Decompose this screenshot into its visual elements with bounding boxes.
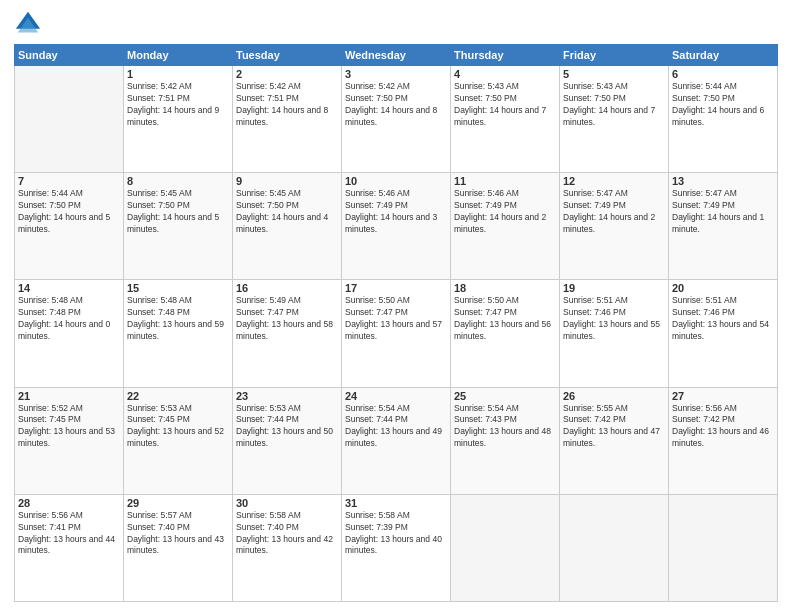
day-number: 28 xyxy=(18,497,120,509)
day-info: Sunrise: 5:44 AM Sunset: 7:50 PM Dayligh… xyxy=(672,81,774,129)
day-info: Sunrise: 5:58 AM Sunset: 7:40 PM Dayligh… xyxy=(236,510,338,558)
weekday-header-thursday: Thursday xyxy=(451,45,560,66)
day-number: 29 xyxy=(127,497,229,509)
day-info: Sunrise: 5:58 AM Sunset: 7:39 PM Dayligh… xyxy=(345,510,447,558)
day-number: 24 xyxy=(345,390,447,402)
weekday-header-saturday: Saturday xyxy=(669,45,778,66)
day-info: Sunrise: 5:48 AM Sunset: 7:48 PM Dayligh… xyxy=(127,295,229,343)
calendar-cell: 19 Sunrise: 5:51 AM Sunset: 7:46 PM Dayl… xyxy=(560,280,669,387)
day-number: 1 xyxy=(127,68,229,80)
day-number: 8 xyxy=(127,175,229,187)
day-number: 6 xyxy=(672,68,774,80)
calendar-week-3: 21 Sunrise: 5:52 AM Sunset: 7:45 PM Dayl… xyxy=(15,387,778,494)
calendar-cell: 17 Sunrise: 5:50 AM Sunset: 7:47 PM Dayl… xyxy=(342,280,451,387)
calendar-cell: 6 Sunrise: 5:44 AM Sunset: 7:50 PM Dayli… xyxy=(669,66,778,173)
day-info: Sunrise: 5:46 AM Sunset: 7:49 PM Dayligh… xyxy=(454,188,556,236)
day-info: Sunrise: 5:49 AM Sunset: 7:47 PM Dayligh… xyxy=(236,295,338,343)
calendar-week-2: 14 Sunrise: 5:48 AM Sunset: 7:48 PM Dayl… xyxy=(15,280,778,387)
calendar-week-0: 1 Sunrise: 5:42 AM Sunset: 7:51 PM Dayli… xyxy=(15,66,778,173)
calendar-cell xyxy=(451,494,560,601)
calendar-cell xyxy=(669,494,778,601)
header xyxy=(14,10,778,38)
day-info: Sunrise: 5:44 AM Sunset: 7:50 PM Dayligh… xyxy=(18,188,120,236)
calendar-cell: 4 Sunrise: 5:43 AM Sunset: 7:50 PM Dayli… xyxy=(451,66,560,173)
day-number: 10 xyxy=(345,175,447,187)
day-number: 27 xyxy=(672,390,774,402)
day-info: Sunrise: 5:52 AM Sunset: 7:45 PM Dayligh… xyxy=(18,403,120,451)
calendar-cell: 11 Sunrise: 5:46 AM Sunset: 7:49 PM Dayl… xyxy=(451,173,560,280)
weekday-header-friday: Friday xyxy=(560,45,669,66)
day-number: 9 xyxy=(236,175,338,187)
day-info: Sunrise: 5:45 AM Sunset: 7:50 PM Dayligh… xyxy=(127,188,229,236)
calendar-cell: 8 Sunrise: 5:45 AM Sunset: 7:50 PM Dayli… xyxy=(124,173,233,280)
calendar-cell: 26 Sunrise: 5:55 AM Sunset: 7:42 PM Dayl… xyxy=(560,387,669,494)
day-info: Sunrise: 5:56 AM Sunset: 7:41 PM Dayligh… xyxy=(18,510,120,558)
logo-icon xyxy=(14,10,42,38)
calendar-cell: 2 Sunrise: 5:42 AM Sunset: 7:51 PM Dayli… xyxy=(233,66,342,173)
logo xyxy=(14,10,46,38)
calendar-cell: 28 Sunrise: 5:56 AM Sunset: 7:41 PM Dayl… xyxy=(15,494,124,601)
weekday-header-monday: Monday xyxy=(124,45,233,66)
calendar-week-4: 28 Sunrise: 5:56 AM Sunset: 7:41 PM Dayl… xyxy=(15,494,778,601)
day-number: 4 xyxy=(454,68,556,80)
day-number: 13 xyxy=(672,175,774,187)
calendar-cell: 25 Sunrise: 5:54 AM Sunset: 7:43 PM Dayl… xyxy=(451,387,560,494)
day-number: 17 xyxy=(345,282,447,294)
day-info: Sunrise: 5:54 AM Sunset: 7:43 PM Dayligh… xyxy=(454,403,556,451)
day-info: Sunrise: 5:56 AM Sunset: 7:42 PM Dayligh… xyxy=(672,403,774,451)
calendar-cell: 24 Sunrise: 5:54 AM Sunset: 7:44 PM Dayl… xyxy=(342,387,451,494)
day-number: 30 xyxy=(236,497,338,509)
day-info: Sunrise: 5:48 AM Sunset: 7:48 PM Dayligh… xyxy=(18,295,120,343)
calendar-cell: 30 Sunrise: 5:58 AM Sunset: 7:40 PM Dayl… xyxy=(233,494,342,601)
day-number: 25 xyxy=(454,390,556,402)
calendar-cell: 13 Sunrise: 5:47 AM Sunset: 7:49 PM Dayl… xyxy=(669,173,778,280)
calendar-cell: 9 Sunrise: 5:45 AM Sunset: 7:50 PM Dayli… xyxy=(233,173,342,280)
day-info: Sunrise: 5:50 AM Sunset: 7:47 PM Dayligh… xyxy=(345,295,447,343)
calendar-cell: 3 Sunrise: 5:42 AM Sunset: 7:50 PM Dayli… xyxy=(342,66,451,173)
day-number: 12 xyxy=(563,175,665,187)
calendar-cell: 14 Sunrise: 5:48 AM Sunset: 7:48 PM Dayl… xyxy=(15,280,124,387)
day-number: 19 xyxy=(563,282,665,294)
weekday-header-row: SundayMondayTuesdayWednesdayThursdayFrid… xyxy=(15,45,778,66)
day-number: 23 xyxy=(236,390,338,402)
calendar-cell: 23 Sunrise: 5:53 AM Sunset: 7:44 PM Dayl… xyxy=(233,387,342,494)
day-number: 14 xyxy=(18,282,120,294)
calendar-cell: 10 Sunrise: 5:46 AM Sunset: 7:49 PM Dayl… xyxy=(342,173,451,280)
day-number: 21 xyxy=(18,390,120,402)
calendar-cell: 12 Sunrise: 5:47 AM Sunset: 7:49 PM Dayl… xyxy=(560,173,669,280)
day-info: Sunrise: 5:47 AM Sunset: 7:49 PM Dayligh… xyxy=(563,188,665,236)
day-number: 18 xyxy=(454,282,556,294)
day-info: Sunrise: 5:42 AM Sunset: 7:51 PM Dayligh… xyxy=(127,81,229,129)
calendar-cell: 20 Sunrise: 5:51 AM Sunset: 7:46 PM Dayl… xyxy=(669,280,778,387)
calendar-cell: 27 Sunrise: 5:56 AM Sunset: 7:42 PM Dayl… xyxy=(669,387,778,494)
weekday-header-tuesday: Tuesday xyxy=(233,45,342,66)
calendar-cell: 15 Sunrise: 5:48 AM Sunset: 7:48 PM Dayl… xyxy=(124,280,233,387)
day-number: 26 xyxy=(563,390,665,402)
day-info: Sunrise: 5:50 AM Sunset: 7:47 PM Dayligh… xyxy=(454,295,556,343)
calendar-cell: 22 Sunrise: 5:53 AM Sunset: 7:45 PM Dayl… xyxy=(124,387,233,494)
page: SundayMondayTuesdayWednesdayThursdayFrid… xyxy=(0,0,792,612)
day-number: 7 xyxy=(18,175,120,187)
day-info: Sunrise: 5:55 AM Sunset: 7:42 PM Dayligh… xyxy=(563,403,665,451)
day-info: Sunrise: 5:42 AM Sunset: 7:50 PM Dayligh… xyxy=(345,81,447,129)
day-info: Sunrise: 5:54 AM Sunset: 7:44 PM Dayligh… xyxy=(345,403,447,451)
day-info: Sunrise: 5:42 AM Sunset: 7:51 PM Dayligh… xyxy=(236,81,338,129)
day-number: 2 xyxy=(236,68,338,80)
day-number: 15 xyxy=(127,282,229,294)
calendar-cell: 18 Sunrise: 5:50 AM Sunset: 7:47 PM Dayl… xyxy=(451,280,560,387)
calendar-cell: 5 Sunrise: 5:43 AM Sunset: 7:50 PM Dayli… xyxy=(560,66,669,173)
calendar-cell: 29 Sunrise: 5:57 AM Sunset: 7:40 PM Dayl… xyxy=(124,494,233,601)
calendar-cell xyxy=(560,494,669,601)
day-number: 3 xyxy=(345,68,447,80)
day-number: 5 xyxy=(563,68,665,80)
calendar-cell: 1 Sunrise: 5:42 AM Sunset: 7:51 PM Dayli… xyxy=(124,66,233,173)
day-info: Sunrise: 5:51 AM Sunset: 7:46 PM Dayligh… xyxy=(563,295,665,343)
calendar-week-1: 7 Sunrise: 5:44 AM Sunset: 7:50 PM Dayli… xyxy=(15,173,778,280)
weekday-header-sunday: Sunday xyxy=(15,45,124,66)
calendar-cell: 16 Sunrise: 5:49 AM Sunset: 7:47 PM Dayl… xyxy=(233,280,342,387)
day-info: Sunrise: 5:45 AM Sunset: 7:50 PM Dayligh… xyxy=(236,188,338,236)
day-number: 11 xyxy=(454,175,556,187)
day-info: Sunrise: 5:43 AM Sunset: 7:50 PM Dayligh… xyxy=(563,81,665,129)
day-number: 22 xyxy=(127,390,229,402)
calendar-cell xyxy=(15,66,124,173)
